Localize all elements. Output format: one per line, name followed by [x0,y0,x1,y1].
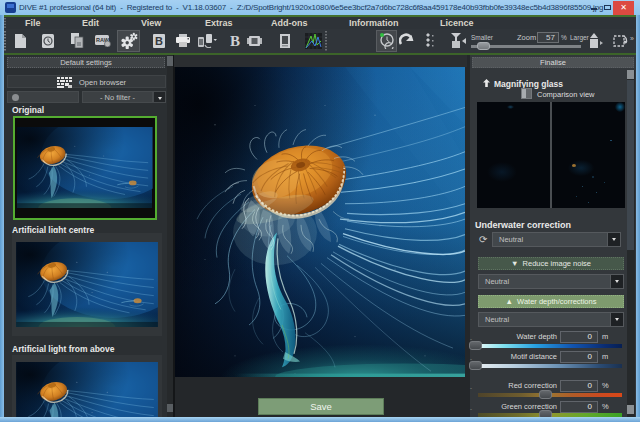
svg-text:B: B [155,35,163,47]
svg-text:B: B [230,33,240,48]
